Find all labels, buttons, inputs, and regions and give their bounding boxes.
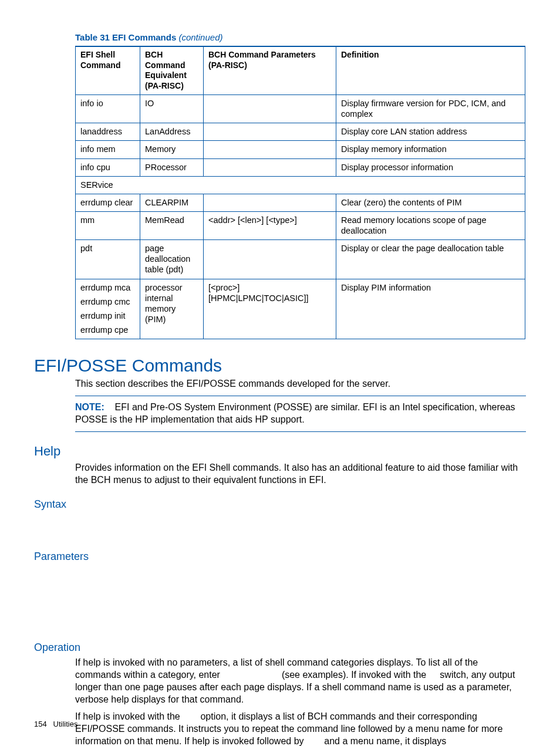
- cell-params: [204, 123, 336, 141]
- th-def: Definition: [336, 46, 525, 95]
- cell-def: Display core LAN station address: [336, 123, 525, 141]
- table-header-row: EFI Shell Command BCH Command Equivalent…: [76, 46, 525, 95]
- heading-syntax: Syntax: [34, 498, 526, 511]
- table-row: mm MemRead <addr> [<len>] [<type>] Read …: [76, 211, 525, 239]
- cell-efi: errdump clear: [76, 194, 140, 211]
- cell-def: Clear (zero) the contents of PIM: [336, 194, 525, 211]
- cell-def: Display processor information: [336, 158, 525, 176]
- table-row: info io IO Display firmware version for …: [76, 95, 525, 123]
- th-efi: EFI Shell Command: [76, 46, 140, 95]
- efi-line: errdump cpe: [80, 325, 135, 335]
- op-p1-b: (see examples). If invoked with the: [279, 670, 429, 680]
- cell-bch: LanAddress: [140, 123, 204, 141]
- cell-bch: PRocessor: [140, 158, 204, 176]
- cell-params: <addr> [<len>] [<type>]: [204, 211, 336, 239]
- operation-p2: If help is invoked with the bch option, …: [75, 710, 526, 746]
- cell-efi: lanaddress: [76, 123, 140, 141]
- footer-label: Utilities: [53, 720, 78, 728]
- operation-p1: If help is invoked with no parameters, a…: [75, 656, 526, 706]
- note-label: NOTE:: [75, 402, 104, 412]
- efi-posse-intro: This section describes the EFI/POSSE com…: [75, 377, 526, 390]
- caption-prefix: Table 31 EFI Commands: [75, 32, 176, 42]
- table-row: pdt page deallocation table (pdt) Displa…: [76, 240, 525, 279]
- cell-efi: info io: [76, 95, 140, 123]
- caption-suffix: (continued): [176, 32, 222, 42]
- table-row: info cpu PRocessor Display processor inf…: [76, 158, 525, 176]
- op-p2-c: and a menu name, it displays: [322, 736, 447, 746]
- heading-efi-posse: EFI/POSSE Commands: [34, 356, 526, 375]
- table-caption: Table 31 EFI Commands (continued): [75, 32, 526, 42]
- efi-commands-table: EFI Shell Command BCH Command Equivalent…: [75, 46, 525, 339]
- table-body: info io IO Display firmware version for …: [76, 95, 525, 339]
- cell-bch: CLEARPIM: [140, 194, 204, 211]
- page-footer: 154 Utilities: [34, 720, 77, 728]
- cell-params: [<proc>] [HPMC|LPMC|TOC|ASIC]]: [204, 279, 336, 339]
- heading-help: Help: [34, 444, 526, 459]
- page: Table 31 EFI Commands (continued) EFI Sh…: [0, 0, 560, 746]
- cell-span: SERvice: [76, 176, 525, 194]
- efi-line: errdump cmc: [80, 296, 135, 307]
- table-row: errdump mca errdump cmc errdump init err…: [76, 279, 525, 339]
- cell-bch: MemRead: [140, 211, 204, 239]
- cell-params: [204, 141, 336, 158]
- cell-def: Read memory locations scope of page deal…: [336, 211, 525, 239]
- cell-efi: errdump mca errdump cmc errdump init err…: [76, 279, 140, 339]
- help-body: Provides information on the EFI Shell co…: [75, 461, 526, 486]
- cell-efi: pdt: [76, 240, 140, 279]
- op-p2-a: If help is invoked with the: [75, 711, 183, 721]
- cell-params: [204, 240, 336, 279]
- cell-def: Display firmware version for PDC, ICM, a…: [336, 95, 525, 123]
- cell-efi: mm: [76, 211, 140, 239]
- cell-bch: processor internal memory (PIM): [140, 279, 204, 339]
- cell-bch: IO: [140, 95, 204, 123]
- cell-bch: page deallocation table (pdt): [140, 240, 204, 279]
- note-text: EFI and Pre-OS System Environment (POSSE…: [75, 402, 515, 424]
- table-row: errdump clear CLEARPIM Clear (zero) the …: [76, 194, 525, 211]
- heading-operation: Operation: [34, 642, 526, 654]
- cell-efi: info mem: [76, 141, 140, 158]
- table-row-span: SERvice: [76, 176, 525, 194]
- page-number: 154: [34, 720, 47, 728]
- th-param: BCH Command Parameters (PA-RISC): [204, 46, 336, 95]
- cell-params: [204, 95, 336, 123]
- note-block: NOTE: EFI and Pre-OS System Environment …: [75, 396, 526, 432]
- cell-bch: Memory: [140, 141, 204, 158]
- efi-line: errdump init: [80, 310, 135, 321]
- cell-params: [204, 158, 336, 176]
- heading-parameters: Parameters: [34, 551, 526, 563]
- cell-params: [204, 194, 336, 211]
- cell-def: Display memory information: [336, 141, 525, 158]
- efi-line: errdump mca: [80, 282, 135, 293]
- table-row: lanaddress LanAddress Display core LAN s…: [76, 123, 525, 141]
- table-row: info mem Memory Display memory informati…: [76, 141, 525, 158]
- cell-efi: info cpu: [76, 158, 140, 176]
- cell-def: Display or clear the page deallocation t…: [336, 240, 525, 279]
- cell-def: Display PIM information: [336, 279, 525, 339]
- th-bch: BCH Command Equivalent (PA-RISC): [140, 46, 204, 95]
